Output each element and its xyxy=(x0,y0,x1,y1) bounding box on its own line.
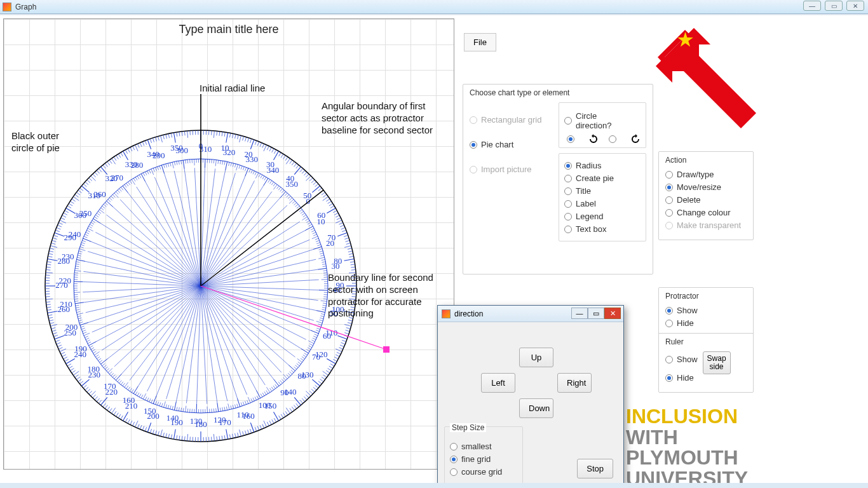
svg-line-430 xyxy=(323,273,327,273)
radio-course-grid[interactable]: course grid xyxy=(450,467,517,477)
svg-line-20 xyxy=(248,138,249,142)
svg-line-43 xyxy=(300,168,303,172)
radio-legend[interactable]: Legend xyxy=(564,212,641,221)
radio-protractor-hide[interactable]: Hide xyxy=(665,318,747,328)
svg-line-231 xyxy=(83,385,86,388)
svg-line-558 xyxy=(133,386,138,394)
svg-line-462 xyxy=(311,340,315,342)
svg-text:270: 270 xyxy=(111,173,123,182)
svg-line-409 xyxy=(311,228,314,230)
svg-line-600 xyxy=(79,320,83,321)
radio-rect-grid[interactable]: Rectangular grid xyxy=(470,115,552,125)
svg-line-107 xyxy=(344,325,351,327)
svg-line-18 xyxy=(243,136,244,140)
svg-line-343 xyxy=(150,139,151,143)
svg-line-495 xyxy=(264,391,266,395)
svg-text:60: 60 xyxy=(323,331,331,341)
svg-line-46 xyxy=(306,174,309,177)
radio-fine-grid[interactable]: fine grid xyxy=(450,454,517,464)
svg-line-407 xyxy=(309,224,312,226)
radio-move-resize[interactable]: Move/resize xyxy=(665,182,747,192)
svg-line-212 xyxy=(123,412,128,421)
choose-chart-panel: Choose chart type or element Rectangular… xyxy=(463,84,653,274)
radio-cw[interactable] xyxy=(567,135,574,143)
svg-text:30: 30 xyxy=(331,261,339,271)
svg-line-841 xyxy=(88,252,201,286)
swap-side-button[interactable]: Swap side xyxy=(703,351,731,374)
down-button[interactable]: Down xyxy=(519,398,553,418)
radio-radius[interactable]: Radius xyxy=(564,161,641,170)
radio-protractor-show[interactable]: Show xyxy=(665,306,747,315)
radio-delete[interactable]: Delete xyxy=(665,195,747,205)
svg-line-603 xyxy=(77,313,83,315)
dialog-close-button[interactable]: ✕ xyxy=(604,308,621,319)
radio-draw-type[interactable]: Draw/type xyxy=(665,170,747,179)
radio-smallest[interactable]: smallest xyxy=(450,442,517,451)
svg-line-332 xyxy=(123,151,128,160)
maximize-button[interactable]: ▭ xyxy=(825,1,843,11)
minimize-button[interactable]: — xyxy=(803,1,821,11)
radio-create-pie[interactable]: Create pie xyxy=(564,173,641,183)
svg-line-560 xyxy=(130,388,132,391)
svg-line-621 xyxy=(74,275,78,276)
up-button[interactable]: Up xyxy=(519,348,553,367)
action-title: Action xyxy=(665,156,747,165)
dialog-app-icon xyxy=(442,309,451,318)
window-title: Graph xyxy=(15,3,36,11)
dialog-minimize-button[interactable]: — xyxy=(571,308,588,319)
svg-line-588 xyxy=(88,341,96,346)
svg-line-23 xyxy=(255,140,257,145)
direction-dialog[interactable]: direction — ▭ ✕ Up Left Right Down Step … xyxy=(437,305,624,488)
chart-canvas[interactable]: Type main title here 0102030405060708090… xyxy=(3,18,454,470)
svg-text:250: 250 xyxy=(79,208,92,218)
svg-line-168 xyxy=(238,433,239,437)
radio-pie-chart[interactable]: Pie chart xyxy=(470,140,552,149)
radio-title[interactable]: Title xyxy=(564,186,641,196)
svg-line-756 xyxy=(295,204,299,207)
svg-line-326 xyxy=(109,160,112,164)
svg-line-470 xyxy=(303,355,306,356)
svg-line-720 xyxy=(231,163,231,166)
svg-line-86 xyxy=(351,269,356,270)
svg-line-797 xyxy=(201,240,309,286)
svg-line-818 xyxy=(201,286,217,403)
radio-textbox[interactable]: Text box xyxy=(564,224,641,234)
radio-ruler-hide[interactable]: Hide xyxy=(665,373,698,383)
radio-ruler-show[interactable]: Show xyxy=(665,355,698,364)
radio-label[interactable]: Label xyxy=(564,199,641,208)
direction-dialog-titlebar[interactable]: direction — ▭ ✕ xyxy=(438,306,623,322)
radio-ccw[interactable] xyxy=(609,135,616,143)
svg-line-34 xyxy=(281,154,283,158)
svg-line-162 xyxy=(250,423,254,432)
svg-line-330 xyxy=(118,154,121,158)
svg-line-217 xyxy=(111,408,115,414)
svg-line-44 xyxy=(302,170,305,173)
svg-line-294 xyxy=(57,227,60,229)
file-menu-button[interactable]: File xyxy=(464,33,496,51)
svg-line-146 xyxy=(290,409,292,412)
close-button[interactable]: ✕ xyxy=(846,1,864,11)
svg-line-205 xyxy=(140,425,142,429)
radio-make-transparent[interactable]: Make transparent xyxy=(665,220,747,230)
svg-line-223 xyxy=(98,400,102,403)
radio-change-colour[interactable]: Change colour xyxy=(665,208,747,217)
svg-line-489 xyxy=(275,384,278,388)
svg-marker-873 xyxy=(656,28,741,113)
svg-line-349 xyxy=(166,134,167,139)
svg-line-626 xyxy=(76,264,79,264)
right-button[interactable]: Right xyxy=(557,373,592,393)
svg-line-42 xyxy=(294,166,301,174)
svg-line-846 xyxy=(113,207,201,286)
left-button[interactable]: Left xyxy=(481,373,515,393)
stop-button[interactable]: Stop xyxy=(577,459,613,478)
dialog-maximize-button[interactable]: ▭ xyxy=(588,308,604,319)
svg-line-194 xyxy=(168,434,169,438)
radio-import-picture[interactable]: Import picture xyxy=(470,165,552,174)
svg-line-632 xyxy=(79,251,83,252)
svg-line-132 xyxy=(312,379,320,386)
svg-text:180: 180 xyxy=(88,364,100,374)
svg-line-476 xyxy=(295,365,299,368)
svg-line-73 xyxy=(344,235,348,236)
svg-line-494 xyxy=(266,391,268,394)
svg-line-456 xyxy=(316,328,320,329)
